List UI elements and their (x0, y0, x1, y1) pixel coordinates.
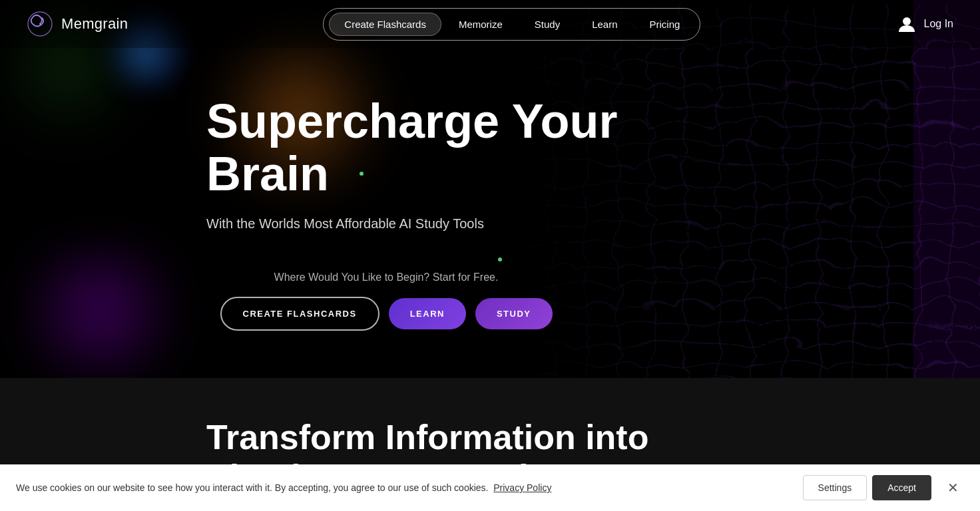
login-label: Log In (924, 18, 953, 30)
nav-memorize[interactable]: Memorize (444, 13, 517, 35)
blob-purple (0, 245, 200, 378)
nav-pricing[interactable]: Pricing (635, 13, 695, 35)
hero-subtitle: With the Worlds Most Affordable AI Study… (206, 216, 672, 232)
cookie-privacy-link[interactable]: Privacy Policy (493, 482, 551, 493)
cookie-message: We use cookies on our website to see how… (16, 482, 488, 493)
logo-icon (27, 11, 53, 37)
cookie-close-button[interactable]: ✕ (942, 477, 964, 498)
hero-section: Supercharge Your Brain With the Worlds M… (0, 0, 980, 378)
svg-rect-36 (913, 0, 980, 378)
logo-area[interactable]: Memgrain (27, 11, 128, 37)
brand-name: Memgrain (61, 15, 128, 33)
cta-study-button[interactable]: STUDY (475, 298, 553, 329)
cookie-buttons: Settings Accept (803, 475, 931, 500)
user-icon (896, 13, 917, 35)
hero-title: Supercharge Your Brain (206, 95, 672, 200)
cookie-accept-button[interactable]: Accept (872, 475, 931, 500)
cta-learn-button[interactable]: LEARN (389, 298, 466, 329)
nav-links: Create Flashcards Memorize Study Learn P… (323, 8, 700, 41)
cookie-settings-button[interactable]: Settings (803, 475, 867, 500)
hero-cta-prompt: Where Would You Like to Begin? Start for… (206, 271, 566, 283)
cookie-banner: We use cookies on our website to see how… (0, 464, 980, 511)
svg-point-1 (903, 17, 911, 25)
nav-study[interactable]: Study (520, 13, 575, 35)
nav-create-flashcards[interactable]: Create Flashcards (329, 13, 441, 36)
login-button[interactable]: Log In (896, 13, 953, 35)
hero-content: Supercharge Your Brain With the Worlds M… (206, 95, 672, 331)
navbar: Memgrain Create Flashcards Memorize Stud… (0, 0, 980, 48)
lower-title-line1: Transform Information into (206, 418, 648, 456)
nav-learn[interactable]: Learn (577, 13, 632, 35)
hero-cta-container: Where Would You Like to Begin? Start for… (206, 271, 566, 331)
cta-buttons-group: CREATE FLASHCARDS LEARN STUDY (220, 297, 553, 331)
cookie-text: We use cookies on our website to see how… (16, 482, 792, 493)
cta-create-flashcards-button[interactable]: CREATE FLASHCARDS (220, 297, 379, 331)
